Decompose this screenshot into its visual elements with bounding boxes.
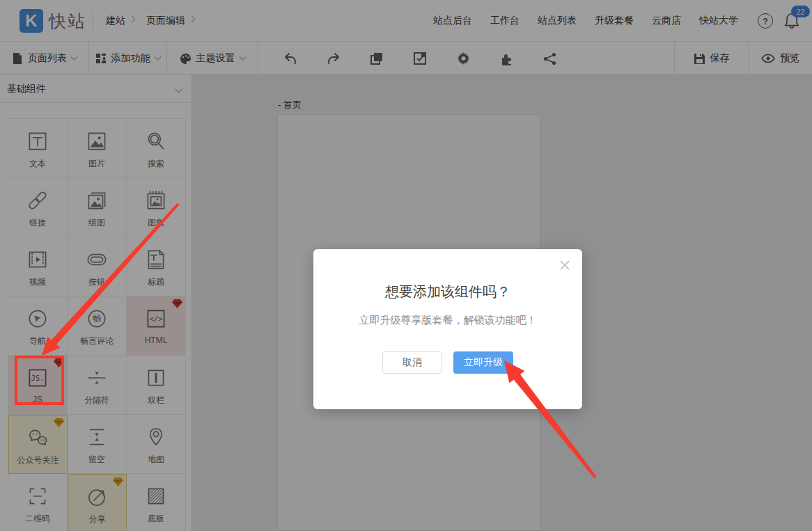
app-window: K 快站 建站 页面编辑 站点后台 工作台 站点列表 升级套餐 云商店 快站大学… (0, 0, 812, 531)
dialog-buttons: 取消 立即升级 (313, 351, 582, 374)
upgrade-dialog: 想要添加该组件吗？ 立即升级尊享版套餐，解锁该功能吧！ 取消 立即升级 (313, 249, 582, 409)
close-icon[interactable] (560, 260, 570, 270)
upgrade-now-button[interactable]: 立即升级 (453, 351, 513, 374)
dialog-title: 想要添加该组件吗？ (313, 249, 582, 301)
dialog-subtitle: 立即升级尊享版套餐，解锁该功能吧！ (313, 314, 582, 327)
cancel-button[interactable]: 取消 (382, 351, 442, 374)
